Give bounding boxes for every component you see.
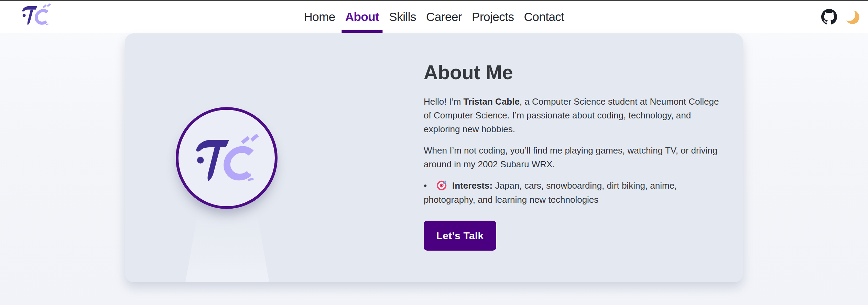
logo-spotlight-glow [185,207,269,282]
nav-link-career[interactable]: Career [423,1,465,33]
tc-logo-icon [20,3,52,26]
github-icon [821,9,837,25]
main-nav: Home About Skills Career Projects Contac… [300,1,567,33]
nav-link-skills[interactable]: Skills [386,1,420,33]
theme-toggle-button[interactable] [845,9,860,24]
interests-label: Interests: [452,180,492,191]
intro-paragraph: Hello! I’m Tristan Cable, a Computer Sci… [424,95,719,136]
about-content: About Me Hello! I’m Tristan Cable, a Com… [424,60,719,251]
lets-talk-button[interactable]: Let’s Talk [424,221,496,251]
nav-link-home[interactable]: Home [300,1,338,33]
about-card: About Me Hello! I’m Tristan Cable, a Com… [125,33,743,282]
bullet-point: • [424,179,427,193]
intro-pre: Hello! I’m [424,96,464,107]
interests-list-item: •Interests: Japan, cars, snowboarding, d… [424,179,719,207]
github-link[interactable] [821,9,837,25]
dartboard-emoji-icon [436,179,448,191]
site-logo[interactable] [20,3,52,26]
tc-logo-icon [191,134,262,183]
profile-logo-badge [176,107,278,209]
moon-icon [845,9,860,24]
person-name: Tristan Cable [464,96,520,107]
nav-link-projects[interactable]: Projects [468,1,517,33]
hobbies-paragraph: When I’m not coding, you’ll find me play… [424,144,719,171]
navbar: Home About Skills Career Projects Contac… [0,1,868,33]
nav-link-about[interactable]: About [342,1,383,33]
nav-link-contact[interactable]: Contact [520,1,567,33]
nav-icon-group [821,1,860,33]
page-title: About Me [424,60,719,84]
